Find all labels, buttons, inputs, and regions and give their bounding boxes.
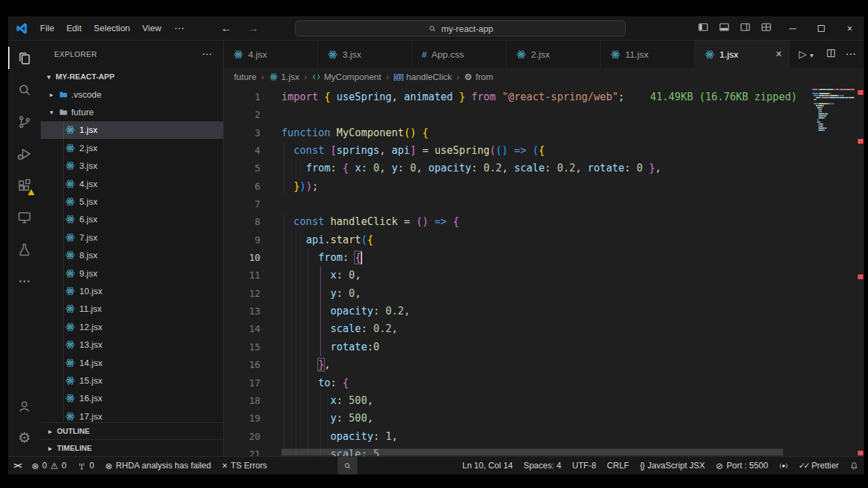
menu-selection[interactable]: Selection: [87, 16, 136, 40]
status-indentation[interactable]: Spaces: 4: [518, 457, 567, 474]
activity-source-control[interactable]: [8, 106, 41, 138]
tree-file-9.jsx[interactable]: 9.jsx: [41, 264, 223, 282]
activity-explorer[interactable]: [8, 42, 41, 74]
code-line-12[interactable]: 12 y: 0,: [224, 285, 812, 302]
tree-folder-future[interactable]: ▾future: [41, 103, 223, 121]
tree-folder-.vscode[interactable]: ▸.vscode: [41, 85, 223, 103]
layout-grid-button[interactable]: [761, 22, 772, 35]
activity-testing[interactable]: [8, 233, 41, 265]
project-root[interactable]: ▾ MY-REACT-APP: [41, 68, 223, 85]
tab-11.jsx[interactable]: 11.jsx: [601, 41, 695, 68]
code-line-5[interactable]: 5 from: { x: 0, y: 0, opacity: 0.2, scal…: [224, 159, 812, 177]
split-editor-button[interactable]: [826, 48, 836, 61]
menu-edit[interactable]: Edit: [60, 16, 87, 40]
breadcrumb-from[interactable]: ⚙from: [465, 72, 494, 82]
tree-file-3.jsx[interactable]: 3.jsx: [41, 157, 223, 175]
activity-remote-explorer[interactable]: [8, 201, 41, 233]
menu-view[interactable]: View: [136, 16, 167, 40]
tree-file-6.jsx[interactable]: 6.jsx: [41, 211, 223, 228]
activity-more[interactable]: [8, 265, 41, 297]
code-editor[interactable]: 1import { useSpring, animated } from "@r…: [224, 85, 864, 456]
tree-file-14.jsx[interactable]: 14.jsx: [41, 354, 223, 371]
tree-file-8.jsx[interactable]: 8.jsx: [41, 247, 223, 264]
minimize-button[interactable]: ─: [778, 16, 807, 40]
forward-arrow-icon[interactable]: →: [248, 22, 259, 35]
layout-sidebar-right-button[interactable]: [740, 22, 751, 35]
close-icon[interactable]: ×: [776, 49, 782, 60]
tree-file-11.jsx[interactable]: 11.jsx: [41, 300, 223, 318]
status-encoding[interactable]: UTF-8: [567, 457, 601, 474]
tree-file-17.jsx[interactable]: 17.jsx: [41, 407, 223, 422]
code-line-7[interactable]: 7: [224, 195, 812, 213]
timeline-section[interactable]: ▸ TIMELINE: [41, 439, 223, 456]
tree-file-5.jsx[interactable]: 5.jsx: [41, 192, 223, 210]
tab-4.jsx[interactable]: 4.jsx: [224, 41, 318, 68]
tab-1.jsx[interactable]: 1.jsx×: [695, 41, 789, 68]
code-line-15[interactable]: 15 rotate:0: [224, 338, 812, 356]
status-ports[interactable]: 0: [72, 457, 100, 474]
breadcrumb-handleClick[interactable]: [@]handleClick: [394, 72, 452, 82]
tab-2.jsx[interactable]: 2.jsx: [507, 41, 601, 68]
code-line-11[interactable]: 11 x: 0,: [224, 266, 812, 284]
activity-extensions[interactable]: [8, 169, 41, 201]
tree-file-2.jsx[interactable]: 2.jsx: [41, 139, 223, 157]
status-port[interactable]: ⊘Port : 5500: [711, 457, 774, 474]
tree-file-7.jsx[interactable]: 7.jsx: [41, 228, 223, 246]
status-notifications[interactable]: [844, 457, 864, 474]
status-problems[interactable]: ⊗0⚠0: [26, 457, 71, 474]
code-line-3[interactable]: 3function MyComponent() {: [224, 124, 812, 142]
status-rhda[interactable]: ⊗RHDA analysis has failed: [100, 457, 216, 474]
status-cursor-position[interactable]: Ln 10, Col 14: [457, 457, 518, 474]
tree-file-16.jsx[interactable]: 16.jsx: [41, 390, 223, 407]
tree-file-12.jsx[interactable]: 12.jsx: [41, 318, 223, 336]
close-button[interactable]: ×: [835, 16, 864, 40]
code-line-14[interactable]: 14 scale: 0.2,: [224, 320, 812, 338]
menu-more[interactable]: ⋯: [167, 22, 191, 35]
code-line-17[interactable]: 17 to: {: [224, 374, 812, 392]
outline-section[interactable]: ▸ OUTLINE: [41, 422, 223, 439]
breadcrumb-1.jsx[interactable]: 1.jsx: [269, 72, 300, 82]
breadcrumb-MyComponent[interactable]: MyComponent: [312, 72, 382, 82]
activity-accounts[interactable]: [8, 390, 41, 422]
code-line-10[interactable]: 10 from: {: [224, 249, 812, 266]
status-language-mode[interactable]: {}JavaScript JSX: [635, 457, 711, 474]
tree-file-1.jsx[interactable]: 1.jsx: [41, 121, 223, 139]
code-line-4[interactable]: 4 const [springs, api] = useSpring(() =>…: [224, 142, 812, 159]
activity-settings[interactable]: ⚙: [8, 422, 41, 453]
status-search[interactable]: [338, 457, 357, 474]
tree-file-4.jsx[interactable]: 4.jsx: [41, 175, 223, 192]
menu-file[interactable]: File: [34, 16, 60, 40]
code-line-19[interactable]: 19 y: 500,: [224, 409, 812, 427]
code-line-8[interactable]: 8 const handleClick = () => {: [224, 213, 812, 230]
status-eol[interactable]: CRLF: [601, 457, 635, 474]
status-prettier[interactable]: ✓✓Prettier: [793, 457, 844, 474]
status-ts-errors[interactable]: ×TS Errors: [216, 457, 273, 474]
tab-3.jsx[interactable]: 3.jsx: [318, 41, 412, 68]
breadcrumb-future[interactable]: future: [234, 72, 256, 82]
code-line-9[interactable]: 9 api.start({: [224, 231, 812, 249]
minimap[interactable]: [812, 85, 854, 456]
command-center[interactable]: my-react-app: [295, 20, 626, 37]
status-remote[interactable]: ><: [8, 457, 26, 474]
status-broadcast[interactable]: [774, 457, 793, 474]
tree-file-15.jsx[interactable]: 15.jsx: [41, 371, 223, 389]
code-line-13[interactable]: 13 opacity: 0.2,: [224, 302, 812, 320]
sidebar-more-actions[interactable]: ⋯: [202, 48, 212, 60]
activity-run-debug[interactable]: [8, 138, 41, 169]
code-line-16[interactable]: 16 },: [224, 356, 812, 373]
more-actions-button[interactable]: ⋯: [846, 48, 856, 60]
run-button[interactable]: ▷: [799, 48, 807, 60]
activity-search[interactable]: [8, 74, 41, 106]
back-arrow-icon[interactable]: ←: [221, 22, 232, 35]
code-line-20[interactable]: 20 opacity: 1,: [224, 428, 812, 445]
tree-file-10.jsx[interactable]: 10.jsx: [41, 282, 223, 300]
editor-horizontal-scrollbar[interactable]: [281, 449, 783, 455]
layout-sidebar-left-button[interactable]: [698, 22, 709, 35]
code-line-18[interactable]: 18 x: 500,: [224, 392, 812, 409]
code-line-1[interactable]: 1import { useSpring, animated } from "@r…: [224, 88, 812, 106]
tree-file-13.jsx[interactable]: 13.jsx: [41, 336, 223, 353]
maximize-button[interactable]: [807, 16, 835, 40]
editor-scrollbar[interactable]: [854, 85, 864, 456]
layout-panel-button[interactable]: [719, 22, 730, 35]
code-line-6[interactable]: 6 }));: [224, 178, 812, 195]
